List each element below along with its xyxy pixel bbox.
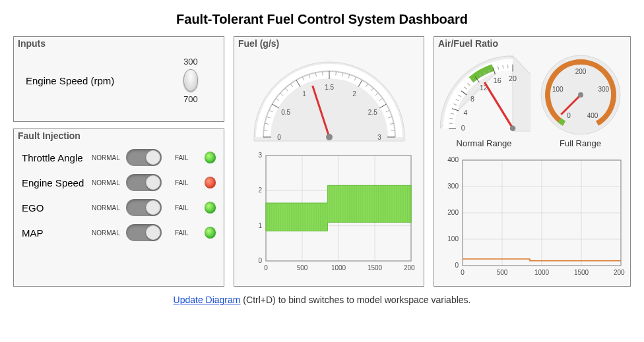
fault-row: Throttle AngleNORMALFAIL xyxy=(14,145,224,170)
svg-text:0: 0 xyxy=(277,134,281,141)
svg-text:400: 400 xyxy=(587,112,598,119)
fault-row: Engine SpeedNORMALFAIL xyxy=(14,170,224,195)
svg-text:1: 1 xyxy=(302,90,306,98)
svg-text:0: 0 xyxy=(258,257,262,264)
svg-text:1500: 1500 xyxy=(573,269,589,276)
normal-range-caption: Normal Range xyxy=(457,138,512,148)
ratio-panel: Air/Fuel Ratio 048121620 Normal Range 01… xyxy=(434,36,631,287)
svg-text:3: 3 xyxy=(258,152,262,159)
fault-name: EGO xyxy=(22,202,86,214)
svg-text:500: 500 xyxy=(296,264,307,271)
engine-speed-rocker[interactable] xyxy=(183,69,198,92)
svg-line-35 xyxy=(391,130,395,131)
fault-name: MAP xyxy=(22,227,86,239)
svg-line-167 xyxy=(484,82,513,128)
ratio-normal-gauge: 048121620 xyxy=(438,51,531,137)
svg-text:0: 0 xyxy=(455,262,459,269)
svg-text:4: 4 xyxy=(463,109,467,117)
rocker-value-bottom: 700 xyxy=(183,94,198,104)
status-led xyxy=(205,152,216,163)
switch-label-fail: FAIL xyxy=(167,229,197,237)
fault-row: MAPNORMALFAIL xyxy=(14,220,224,245)
svg-text:2: 2 xyxy=(352,90,356,98)
svg-text:300: 300 xyxy=(447,183,459,190)
svg-point-39 xyxy=(326,134,333,140)
svg-text:0.5: 0.5 xyxy=(281,109,290,116)
svg-text:20: 20 xyxy=(509,74,517,82)
svg-text:300: 300 xyxy=(598,86,609,93)
svg-text:3: 3 xyxy=(377,134,381,141)
ratio-full-gauge: 0100200300400 xyxy=(534,51,627,137)
fault-switch[interactable] xyxy=(126,174,162,191)
svg-text:0: 0 xyxy=(461,269,465,276)
svg-line-20 xyxy=(335,72,336,76)
svg-text:100: 100 xyxy=(447,235,459,242)
svg-text:2: 2 xyxy=(258,186,262,194)
status-led xyxy=(205,177,216,188)
svg-text:8: 8 xyxy=(470,95,474,103)
switch-label-fail: FAIL xyxy=(167,204,197,212)
ratio-title: Air/Fuel Ratio xyxy=(438,38,498,49)
switch-label-fail: FAIL xyxy=(167,154,197,161)
fault-injection-panel: Fault Injection Throttle AngleNORMALFAIL… xyxy=(13,128,224,287)
svg-text:1.5: 1.5 xyxy=(325,84,334,91)
engine-speed-label: Engine Speed (rpm) xyxy=(20,75,151,86)
svg-point-176 xyxy=(578,92,583,98)
svg-text:2.5: 2.5 xyxy=(368,109,377,116)
switch-label-normal: NORMAL xyxy=(91,154,121,161)
svg-text:1500: 1500 xyxy=(367,264,382,271)
fault-switch[interactable] xyxy=(126,199,162,216)
inputs-title: Inputs xyxy=(18,38,46,49)
fuel-panel: Fuel (g/s) 00.511.522.53 012305001000150… xyxy=(234,36,424,287)
fault-switch[interactable] xyxy=(126,149,162,166)
svg-text:0: 0 xyxy=(461,124,465,132)
fuel-chart: 01230500100015002000 xyxy=(243,150,415,275)
status-led xyxy=(205,202,216,214)
svg-text:200: 200 xyxy=(447,209,459,216)
svg-text:0: 0 xyxy=(567,112,571,119)
svg-line-2 xyxy=(263,130,267,131)
update-diagram-link[interactable]: Update Diagram xyxy=(174,295,241,305)
svg-line-17 xyxy=(322,72,323,76)
status-led xyxy=(205,227,216,239)
svg-point-168 xyxy=(509,125,515,131)
inputs-panel: Inputs Engine Speed (rpm) 300 700 xyxy=(13,36,224,122)
svg-text:16: 16 xyxy=(493,76,501,84)
switch-label-normal: NORMAL xyxy=(91,229,121,237)
fault-name: Throttle Angle xyxy=(22,152,86,163)
faults-title: Fault Injection xyxy=(18,130,80,141)
fuel-gauge: 00.511.522.53 xyxy=(243,51,415,144)
switch-label-normal: NORMAL xyxy=(91,204,121,212)
fault-switch[interactable] xyxy=(126,224,162,241)
full-range-caption: Full Range xyxy=(560,138,601,148)
svg-text:400: 400 xyxy=(447,156,459,163)
fuel-title: Fuel (g/s) xyxy=(238,38,279,49)
fault-row: EGONORMALFAIL xyxy=(14,195,224,220)
svg-text:0: 0 xyxy=(264,264,268,271)
footer-rest: (Ctrl+D) to bind switches to model works… xyxy=(240,295,470,305)
switch-label-normal: NORMAL xyxy=(91,179,121,186)
footer-text: Update Diagram (Ctrl+D) to bind switches… xyxy=(7,295,637,305)
svg-text:1000: 1000 xyxy=(331,264,346,271)
svg-text:1000: 1000 xyxy=(534,269,549,276)
svg-text:100: 100 xyxy=(552,86,563,93)
svg-text:2000: 2000 xyxy=(403,264,414,271)
svg-text:1: 1 xyxy=(258,222,262,229)
svg-text:2000: 2000 xyxy=(613,269,624,276)
ratio-chart: 01002003004000500100015002000 xyxy=(440,155,625,280)
page-title: Fault-Tolerant Fuel Control System Dashb… xyxy=(7,12,637,27)
switch-label-fail: FAIL xyxy=(167,179,197,186)
svg-text:200: 200 xyxy=(575,68,586,75)
rocker-value-top: 300 xyxy=(183,57,198,67)
fault-name: Engine Speed xyxy=(22,177,86,188)
svg-text:500: 500 xyxy=(496,269,507,276)
